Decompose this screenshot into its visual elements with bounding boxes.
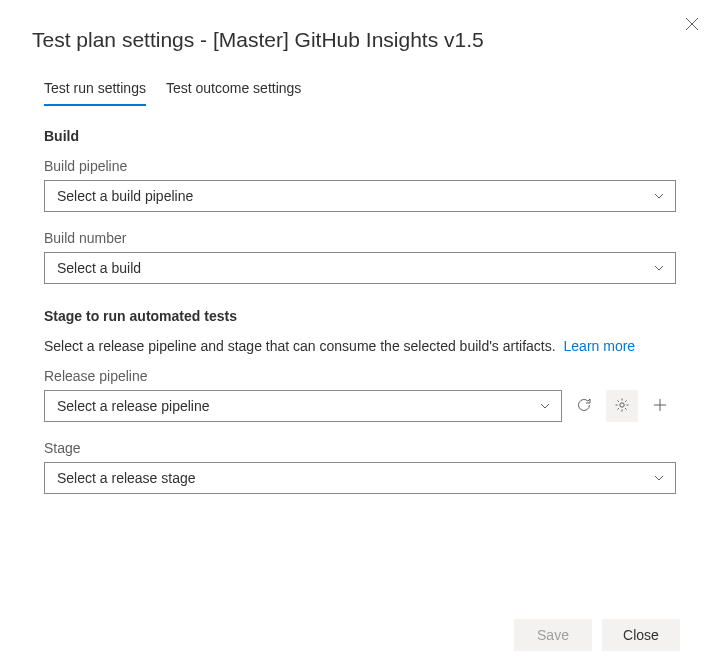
stage-description: Select a release pipeline and stage that… (44, 338, 676, 354)
tabs: Test run settings Test outcome settings (32, 80, 688, 106)
chevron-down-icon (653, 472, 665, 484)
tab-test-outcome-settings[interactable]: Test outcome settings (166, 80, 301, 106)
chevron-down-icon (653, 262, 665, 274)
stage-section: Stage to run automated tests Select a re… (44, 308, 676, 494)
learn-more-link[interactable]: Learn more (564, 338, 636, 354)
plus-icon (652, 397, 668, 416)
build-heading: Build (44, 128, 676, 144)
settings-button[interactable] (606, 390, 638, 422)
build-pipeline-dropdown[interactable]: Select a build pipeline (44, 180, 676, 212)
save-button[interactable]: Save (514, 619, 592, 651)
stage-value: Select a release stage (57, 470, 196, 486)
build-number-label: Build number (44, 230, 676, 246)
chevron-down-icon (653, 190, 665, 202)
dialog-footer: Save Close (32, 603, 688, 669)
release-pipeline-dropdown[interactable]: Select a release pipeline (44, 390, 562, 422)
refresh-icon (576, 397, 592, 416)
close-button[interactable]: Close (602, 619, 680, 651)
release-pipeline-value: Select a release pipeline (57, 398, 210, 414)
tab-content: Build Build pipeline Select a build pipe… (32, 128, 688, 518)
build-number-value: Select a build (57, 260, 141, 276)
release-pipeline-label: Release pipeline (44, 368, 676, 384)
build-pipeline-label: Build pipeline (44, 158, 676, 174)
close-icon[interactable] (684, 16, 700, 32)
add-button[interactable] (644, 390, 676, 422)
build-number-dropdown[interactable]: Select a build (44, 252, 676, 284)
build-pipeline-value: Select a build pipeline (57, 188, 193, 204)
refresh-button[interactable] (568, 390, 600, 422)
dialog-title: Test plan settings - [Master] GitHub Ins… (32, 28, 688, 52)
stage-dropdown[interactable]: Select a release stage (44, 462, 676, 494)
build-section: Build Build pipeline Select a build pipe… (44, 128, 676, 284)
gear-icon (614, 397, 630, 416)
test-plan-settings-dialog: Test plan settings - [Master] GitHub Ins… (0, 0, 720, 669)
svg-point-2 (620, 402, 624, 406)
tab-test-run-settings[interactable]: Test run settings (44, 80, 146, 106)
stage-field-label: Stage (44, 440, 676, 456)
chevron-down-icon (539, 400, 551, 412)
stage-heading: Stage to run automated tests (44, 308, 676, 324)
